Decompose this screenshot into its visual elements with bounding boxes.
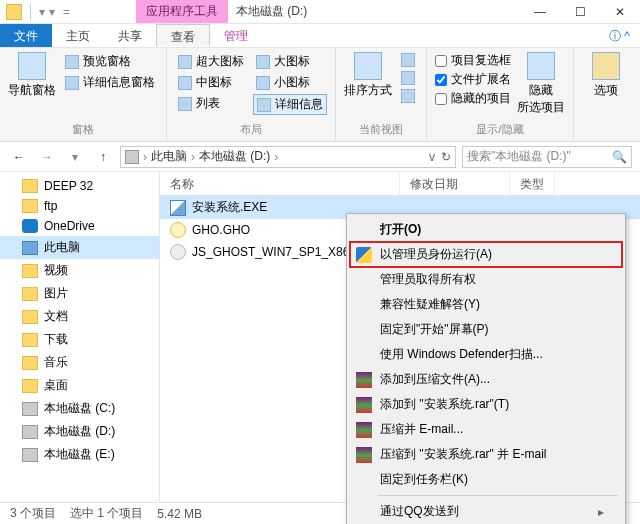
drive-icon <box>125 150 139 164</box>
sidebar-item[interactable]: 本地磁盘 (E:) <box>0 443 159 466</box>
sidebar-item-label: 视频 <box>44 262 68 279</box>
address-box[interactable]: › 此电脑 › 本地磁盘 (D:) › v ↻ <box>120 146 456 168</box>
sidebar[interactable]: DEEP 32ftpOneDrive此电脑视频图片文档下载音乐桌面本地磁盘 (C… <box>0 172 160 502</box>
sizecol-button[interactable] <box>398 88 418 104</box>
address-bar: ← → ▾ ↑ › 此电脑 › 本地磁盘 (D:) › v ↻ 搜索"本地磁盘 … <box>0 142 640 172</box>
col-type[interactable]: 类型 <box>510 172 555 195</box>
addr-dropdown-icon[interactable]: v <box>429 150 435 164</box>
ctx-pinstart-label: 固定到"开始"屏幕(P) <box>380 321 489 338</box>
options-button[interactable]: 选项 <box>582 52 630 99</box>
maximize-button[interactable]: ☐ <box>560 0 600 24</box>
hidden-items-check[interactable]: 隐藏的项目 <box>435 90 511 107</box>
chevron-right-icon[interactable]: › <box>143 150 147 164</box>
ctx-defender[interactable]: 使用 Windows Defender扫描... <box>350 342 622 367</box>
folder-icon <box>22 356 38 370</box>
search-icon[interactable]: 🔍 <box>612 150 627 164</box>
ctx-pin-start[interactable]: 固定到"开始"屏幕(P) <box>350 317 622 342</box>
col-date[interactable]: 修改日期 <box>400 172 510 195</box>
hide-selected-button[interactable]: 隐藏 所选项目 <box>517 52 565 116</box>
up-button[interactable]: ↑ <box>92 146 114 168</box>
sidebar-item[interactable]: 音乐 <box>0 351 159 374</box>
addcol-button[interactable] <box>398 70 418 86</box>
sort-icon <box>354 52 382 80</box>
chevron-up-icon: ^ <box>624 29 630 43</box>
sidebar-item[interactable]: OneDrive <box>0 216 159 236</box>
tab-file[interactable]: 文件 <box>0 24 52 47</box>
refresh-button[interactable]: ↻ <box>441 150 451 164</box>
search-placeholder: 搜索"本地磁盘 (D:)" <box>467 148 571 165</box>
item-checkboxes-input[interactable] <box>435 55 447 67</box>
s-icons-button[interactable]: 小图标 <box>253 73 327 92</box>
back-button[interactable]: ← <box>8 146 30 168</box>
sidebar-item[interactable]: 视频 <box>0 259 159 282</box>
folder-icon <box>22 333 38 347</box>
column-headers: 名称 修改日期 类型 <box>160 172 640 196</box>
history-dropdown[interactable]: ▾ <box>64 146 86 168</box>
sidebar-item[interactable]: 本地磁盘 (D:) <box>0 420 159 443</box>
tab-manage[interactable]: 管理 <box>210 24 262 47</box>
xl-icons-icon <box>178 55 192 69</box>
sidebar-item[interactable]: 此电脑 <box>0 236 159 259</box>
qat-overflow-icon[interactable]: ▾ <box>49 5 55 19</box>
sort-button[interactable]: 排序方式 <box>344 52 392 99</box>
tab-home[interactable]: 主页 <box>52 24 104 47</box>
tab-view[interactable]: 查看 <box>156 24 210 47</box>
search-box[interactable]: 搜索"本地磁盘 (D:)" 🔍 <box>462 146 632 168</box>
ctx-compress-named-email[interactable]: 压缩到 "安装系统.rar" 并 E-mail <box>350 442 622 467</box>
sidebar-item[interactable]: DEEP 32 <box>0 176 159 196</box>
folder-icon <box>22 199 38 213</box>
folder-icon <box>22 179 38 193</box>
ctx-take-ownership[interactable]: 管理员取得所有权 <box>350 267 622 292</box>
ribbon-help-icon[interactable]: ⓘ ^ <box>599 24 640 47</box>
sidebar-item[interactable]: 桌面 <box>0 374 159 397</box>
sidebar-item[interactable]: 文档 <box>0 305 159 328</box>
ctx-pintaskbar-label: 固定到任务栏(K) <box>380 471 468 488</box>
close-button[interactable]: ✕ <box>600 0 640 24</box>
chevron-right-icon[interactable]: › <box>191 150 195 164</box>
ctx-compat[interactable]: 兼容性疑难解答(Y) <box>350 292 622 317</box>
breadcrumb-pc[interactable]: 此电脑 <box>151 148 187 165</box>
ctx-run-as-admin[interactable]: 以管理员身份运行(A) <box>350 242 622 267</box>
chevron-right-icon[interactable]: › <box>274 150 278 164</box>
ctx-pin-taskbar[interactable]: 固定到任务栏(K) <box>350 467 622 492</box>
minimize-button[interactable]: — <box>520 0 560 24</box>
nav-pane-button[interactable]: 导航窗格 <box>8 52 56 99</box>
sidebar-item[interactable]: 图片 <box>0 282 159 305</box>
title-bar: ▾ ▾ = 应用程序工具 本地磁盘 (D:) — ☐ ✕ <box>0 0 640 24</box>
ctx-add-archive[interactable]: 添加到压缩文件(A)... <box>350 367 622 392</box>
qat-dropdown-icon[interactable]: ▾ <box>39 5 45 19</box>
folder-icon <box>22 264 38 278</box>
contextual-tab-apptools[interactable]: 应用程序工具 <box>136 0 228 23</box>
ctx-add-named-archive[interactable]: 添加到 "安装系统.rar"(T) <box>350 392 622 417</box>
divider <box>30 4 31 20</box>
file-ext-input[interactable] <box>435 74 447 86</box>
file-ext-check[interactable]: 文件扩展名 <box>435 71 511 88</box>
hidden-items-input[interactable] <box>435 93 447 105</box>
ctx-ownership-label: 管理员取得所有权 <box>380 271 476 288</box>
item-checkboxes-check[interactable]: 项目复选框 <box>435 52 511 69</box>
sidebar-item[interactable]: ftp <box>0 196 159 216</box>
m-icons-button[interactable]: 中图标 <box>175 73 247 92</box>
sidebar-item[interactable]: 下载 <box>0 328 159 351</box>
sidebar-item[interactable]: 本地磁盘 (C:) <box>0 397 159 420</box>
detail-pane-button[interactable]: 详细信息窗格 <box>62 73 158 92</box>
ctx-compnamedemail-label: 压缩到 "安装系统.rar" 并 E-mail <box>380 446 547 463</box>
groupby-button[interactable] <box>398 52 418 68</box>
ctx-compress-email[interactable]: 压缩并 E-mail... <box>350 417 622 442</box>
forward-button[interactable]: → <box>36 146 58 168</box>
folder-icon <box>6 4 22 20</box>
preview-pane-button[interactable]: 预览窗格 <box>62 52 158 71</box>
l-icons-button[interactable]: 大图标 <box>253 52 327 71</box>
details-button[interactable]: 详细信息 <box>253 94 327 115</box>
detail-pane-icon <box>65 76 79 90</box>
ctx-open[interactable]: 打开(O) <box>350 217 622 242</box>
status-selected: 选中 1 个项目 <box>70 505 143 522</box>
list-button[interactable]: 列表 <box>175 94 247 113</box>
ctx-qq-send[interactable]: 通过QQ发送到▸ <box>350 499 622 524</box>
breadcrumb-drive[interactable]: 本地磁盘 (D:) <box>199 148 270 165</box>
qat-more-icon[interactable]: = <box>63 5 70 19</box>
tab-share[interactable]: 共享 <box>104 24 156 47</box>
xl-icons-button[interactable]: 超大图标 <box>175 52 247 71</box>
col-name[interactable]: 名称 <box>160 172 400 195</box>
sidebar-item-label: 本地磁盘 (D:) <box>44 423 115 440</box>
